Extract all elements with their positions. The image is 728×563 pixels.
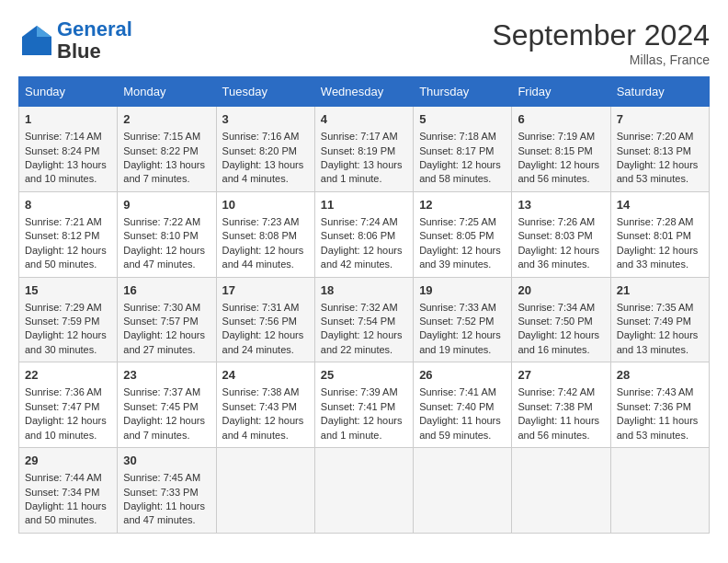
day-number: 24 [222,367,309,384]
daylight-text: Daylight: 11 hours and 50 minutes. [25,500,111,528]
sunrise-text: Sunrise: 7:26 AM [518,215,604,229]
daylight-text: Daylight: 12 hours and 39 minutes. [419,244,506,272]
daylight-text: Daylight: 12 hours and 36 minutes. [518,244,604,272]
day-number: 5 [419,111,506,128]
sunset-text: Sunset: 8:24 PM [25,144,111,158]
sunrise-text: Sunrise: 7:17 AM [321,130,407,144]
sunrise-text: Sunrise: 7:31 AM [222,301,309,315]
calendar-cell [216,448,314,534]
sunrise-text: Sunrise: 7:21 AM [25,215,111,229]
day-number: 12 [419,197,506,213]
day-number: 26 [419,367,506,384]
calendar-cell: 27Sunrise: 7:42 AMSunset: 7:38 PMDayligh… [512,362,610,448]
calendar-cell: 18Sunrise: 7:32 AMSunset: 7:54 PMDayligh… [314,277,413,362]
sunset-text: Sunset: 8:22 PM [123,144,210,158]
calendar-cell: 13Sunrise: 7:26 AMSunset: 8:03 PMDayligh… [512,191,610,277]
calendar-week-row: 8Sunrise: 7:21 AMSunset: 8:12 PMDaylight… [19,191,710,277]
calendar-cell: 7Sunrise: 7:20 AMSunset: 8:13 PMDaylight… [610,107,709,192]
daylight-text: Daylight: 12 hours and 7 minutes. [123,414,210,442]
sunrise-text: Sunrise: 7:43 AM [617,385,703,399]
sunset-text: Sunset: 7:59 PM [25,315,111,328]
sunset-text: Sunset: 7:38 PM [518,400,604,414]
sunset-text: Sunset: 8:13 PM [617,144,703,158]
sunset-text: Sunset: 8:01 PM [617,229,703,243]
day-number: 13 [518,197,604,213]
day-number: 21 [617,282,703,299]
calendar-day-header: Friday [512,77,610,107]
day-number: 11 [321,197,407,213]
daylight-text: Daylight: 12 hours and 33 minutes. [617,244,703,272]
daylight-text: Daylight: 11 hours and 53 minutes. [617,414,703,442]
sunset-text: Sunset: 8:12 PM [25,229,111,243]
sunrise-text: Sunrise: 7:29 AM [25,301,111,315]
calendar-cell: 21Sunrise: 7:35 AMSunset: 7:49 PMDayligh… [610,277,709,362]
calendar-week-row: 15Sunrise: 7:29 AMSunset: 7:59 PMDayligh… [19,277,710,362]
day-number: 6 [518,111,604,128]
sunrise-text: Sunrise: 7:39 AM [321,385,407,399]
daylight-text: Daylight: 13 hours and 10 minutes. [25,158,111,187]
calendar-cell [414,448,512,534]
day-number: 4 [321,111,407,128]
calendar-cell: 15Sunrise: 7:29 AMSunset: 7:59 PMDayligh… [19,277,118,362]
page-header: General Blue September 2024 Millas, Fran… [18,18,710,67]
sunrise-text: Sunrise: 7:41 AM [419,385,506,399]
sunrise-text: Sunrise: 7:15 AM [123,130,210,144]
sunrise-text: Sunrise: 7:34 AM [518,301,604,315]
calendar-week-row: 22Sunrise: 7:36 AMSunset: 7:47 PMDayligh… [19,362,710,448]
calendar-table: SundayMondayTuesdayWednesdayThursdayFrid… [18,76,710,534]
day-number: 23 [123,367,210,384]
sunset-text: Sunset: 8:10 PM [123,229,210,243]
sunset-text: Sunset: 8:20 PM [222,144,309,158]
daylight-text: Daylight: 12 hours and 30 minutes. [25,328,111,357]
calendar-day-header: Tuesday [216,77,314,107]
day-number: 3 [222,111,309,128]
calendar-cell [314,448,413,534]
daylight-text: Daylight: 12 hours and 53 minutes. [617,158,703,187]
sunrise-text: Sunrise: 7:14 AM [25,130,111,144]
calendar-cell: 6Sunrise: 7:19 AMSunset: 8:15 PMDaylight… [512,107,610,192]
day-number: 27 [518,367,604,384]
sunset-text: Sunset: 7:49 PM [617,315,703,328]
daylight-text: Daylight: 12 hours and 22 minutes. [321,328,407,357]
sunrise-text: Sunrise: 7:22 AM [123,215,210,229]
day-number: 19 [419,282,506,299]
day-number: 30 [123,453,210,469]
calendar-day-header: Thursday [414,77,512,107]
calendar-cell: 9Sunrise: 7:22 AMSunset: 8:10 PMDaylight… [118,191,216,277]
daylight-text: Daylight: 13 hours and 7 minutes. [123,158,210,187]
daylight-text: Daylight: 12 hours and 10 minutes. [25,414,111,442]
month-info: September 2024 Millas, France [492,18,710,67]
day-number: 22 [25,367,111,384]
sunrise-text: Sunrise: 7:33 AM [419,301,506,315]
sunrise-text: Sunrise: 7:25 AM [419,215,506,229]
daylight-text: Daylight: 12 hours and 27 minutes. [123,328,210,357]
daylight-text: Daylight: 12 hours and 50 minutes. [25,244,111,272]
sunset-text: Sunset: 8:15 PM [518,144,604,158]
sunrise-text: Sunrise: 7:18 AM [419,130,506,144]
sunrise-text: Sunrise: 7:36 AM [25,385,111,399]
calendar-week-row: 29Sunrise: 7:44 AMSunset: 7:34 PMDayligh… [19,448,710,534]
sunset-text: Sunset: 7:45 PM [123,400,210,414]
calendar-cell: 20Sunrise: 7:34 AMSunset: 7:50 PMDayligh… [512,277,610,362]
sunset-text: Sunset: 7:52 PM [419,315,506,328]
day-number: 25 [321,367,407,384]
sunset-text: Sunset: 7:33 PM [123,486,210,500]
daylight-text: Daylight: 12 hours and 42 minutes. [321,244,407,272]
day-number: 7 [617,111,703,128]
day-number: 15 [25,282,111,299]
sunrise-text: Sunrise: 7:37 AM [123,385,210,399]
sunrise-text: Sunrise: 7:30 AM [123,301,210,315]
daylight-text: Daylight: 12 hours and 56 minutes. [518,158,604,187]
calendar-day-header: Monday [118,77,216,107]
calendar-day-header: Saturday [610,77,709,107]
sunset-text: Sunset: 8:19 PM [321,144,407,158]
sunrise-text: Sunrise: 7:35 AM [617,301,703,315]
daylight-text: Daylight: 11 hours and 56 minutes. [518,414,604,442]
calendar-cell: 19Sunrise: 7:33 AMSunset: 7:52 PMDayligh… [414,277,512,362]
daylight-text: Daylight: 12 hours and 47 minutes. [123,244,210,272]
month-title: September 2024 [492,18,710,52]
calendar-cell [512,448,610,534]
day-number: 16 [123,282,210,299]
calendar-week-row: 1Sunrise: 7:14 AMSunset: 8:24 PMDaylight… [19,107,710,192]
logo-icon [18,22,55,59]
